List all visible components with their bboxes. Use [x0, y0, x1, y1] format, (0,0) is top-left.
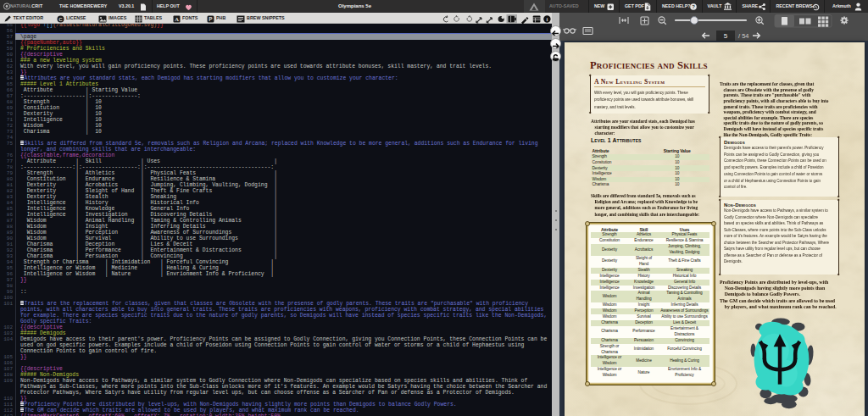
svg-text:i: i: [546, 16, 548, 22]
svg-text:5: 5: [724, 32, 728, 40]
svg-text:?: ?: [692, 4, 695, 9]
svg-text:/ 54: / 54: [738, 32, 749, 40]
svg-text:A: A: [175, 16, 179, 23]
svg-text:P: P: [209, 16, 213, 22]
svg-text:C: C: [58, 16, 63, 22]
